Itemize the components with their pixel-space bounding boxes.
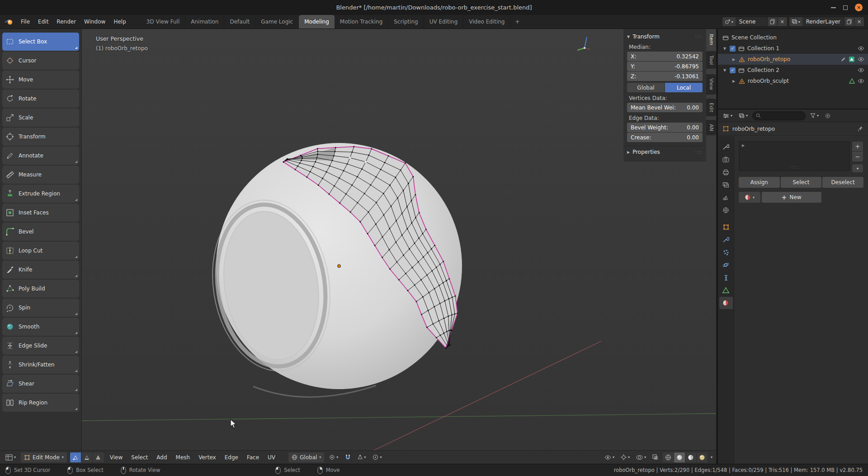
add-workspace-button[interactable]: + (510, 15, 524, 29)
wireframe-shading-button[interactable] (663, 452, 674, 462)
properties-editor-type-button[interactable]: ▾ (721, 111, 734, 121)
disclosure-icon[interactable]: ▼ (722, 47, 727, 51)
tool-annotate[interactable]: Annotate (2, 147, 79, 165)
tool-cursor[interactable]: Cursor (2, 52, 79, 70)
gizmos-button[interactable]: ▾ (619, 452, 632, 462)
tab-scene[interactable] (719, 191, 733, 204)
tab-view-layer[interactable] (719, 179, 733, 191)
menu-add[interactable]: Add (154, 454, 170, 461)
sidebar-tab-item[interactable]: Item (706, 30, 716, 49)
menu-vertex[interactable]: Vertex (196, 454, 219, 461)
global-button[interactable]: Global (627, 83, 665, 92)
tool-scale[interactable]: Scale (2, 109, 79, 127)
list-resize-grip[interactable]: ::::: (790, 165, 799, 169)
object-visibility-button[interactable]: ▾ (603, 452, 616, 462)
tool-shrink-fatten[interactable]: Shrink/Fatten (2, 356, 79, 374)
crease-field[interactable]: Crease: 0.00 (627, 133, 703, 142)
view-layer-name[interactable]: RenderLayer (802, 19, 844, 25)
transform-panel-header[interactable]: ▼ Transform :::: (623, 31, 706, 43)
browse-material-button[interactable]: ▾ (739, 192, 760, 203)
hide-eye-icon[interactable] (858, 57, 864, 62)
face-select-button[interactable] (93, 452, 104, 462)
minimize-button[interactable] (831, 7, 836, 8)
tool-inset-faces[interactable]: Inset Faces (2, 204, 79, 222)
menu-render[interactable]: Render (52, 15, 80, 29)
breadcrumb-object-name[interactable]: roboOrb_retopo (732, 126, 775, 132)
tool-rip-region[interactable]: Rip Region (2, 394, 79, 412)
hide-eye-icon[interactable] (858, 46, 864, 51)
tab-object-data[interactable] (719, 284, 733, 296)
panel-grip-icon[interactable]: :::: (695, 150, 703, 154)
scene-copy-button[interactable] (767, 17, 777, 26)
snap-settings-button[interactable]: ▾ (356, 452, 368, 462)
mean-bevel-weight-field[interactable]: Mean Bevel Wei: 0.00 (627, 103, 703, 112)
tab-world[interactable] (719, 204, 733, 216)
disclosure-icon[interactable]: ▶ (731, 57, 736, 62)
axis-gizmo[interactable] (574, 33, 595, 55)
editor-type-button[interactable]: ▾ (4, 452, 18, 462)
tool-select-box[interactable]: Select Box (2, 33, 79, 51)
mesh-data-icon[interactable] (849, 78, 855, 84)
menu-uv[interactable]: UV (265, 454, 278, 461)
edge-select-button[interactable] (81, 452, 93, 462)
view-layer-copy-button[interactable] (844, 17, 854, 26)
menu-mesh[interactable]: Mesh (173, 454, 193, 461)
tool-rotate[interactable]: Rotate (2, 90, 79, 108)
tab-constraints[interactable] (719, 271, 733, 284)
tool-move[interactable]: Move (2, 71, 79, 89)
xray-toggle-button[interactable] (651, 452, 660, 462)
close-button[interactable]: × (855, 4, 863, 11)
add-slot-button[interactable]: + (852, 141, 863, 152)
solid-shading-button[interactable] (674, 452, 685, 462)
median-z-field[interactable]: Z: -0.13061 (627, 71, 703, 81)
outliner-row-scene-collection[interactable]: Scene Collection (718, 32, 868, 43)
deselect-button[interactable]: Deselect (822, 177, 863, 188)
pivot-point-button[interactable]: ▾ (327, 452, 340, 462)
vertex-select-button[interactable] (70, 452, 81, 462)
sidebar-tab-view[interactable]: View (706, 74, 716, 94)
median-x-field[interactable]: X: 0.32542 (627, 52, 703, 61)
tool-poly-build[interactable]: Poly Build (2, 280, 79, 298)
tool-shear[interactable]: Shear (2, 375, 79, 393)
tab-video-editing[interactable]: Video Editing (463, 15, 510, 29)
disclosure-icon[interactable]: ▶ (731, 79, 736, 83)
remove-slot-button[interactable]: − (852, 152, 863, 162)
tab-animation[interactable]: Animation (185, 15, 224, 29)
blender-logo-icon[interactable] (0, 15, 17, 29)
scene-name[interactable]: Scene (736, 19, 767, 25)
filter-button[interactable]: ▾ (808, 111, 821, 121)
local-button[interactable]: Local (665, 83, 703, 92)
menu-select[interactable]: Select (128, 454, 151, 461)
properties-search-input[interactable] (752, 111, 806, 120)
scene-unlink-button[interactable]: × (777, 17, 787, 26)
outliner-row-roboorb-sculpt[interactable]: ▶ roboOrb_sculpt (718, 76, 868, 86)
tool-measure[interactable]: Measure (2, 166, 79, 184)
tab-scripting[interactable]: Scripting (388, 15, 424, 29)
tab-render[interactable] (719, 153, 733, 166)
tab-uv-editing[interactable]: UV Editing (424, 15, 464, 29)
hide-eye-icon[interactable] (858, 68, 864, 72)
tab-active-tool[interactable] (719, 141, 733, 153)
tool-bevel[interactable]: Bevel (2, 223, 79, 241)
tab-output[interactable] (719, 166, 733, 178)
tab-modifiers[interactable] (719, 233, 733, 246)
mode-dropdown[interactable]: Edit Mode ▾ (21, 452, 67, 462)
menu-help[interactable]: Help (109, 15, 130, 29)
outliner-row-roboorb-retopo[interactable]: ▶ roboOrb_retopo (718, 54, 868, 65)
bevel-weight-field[interactable]: Bevel Weight: 0.00 (627, 123, 703, 132)
tool-smooth[interactable]: Smooth (2, 318, 79, 336)
view-layer-remove-button[interactable]: × (854, 17, 864, 26)
select-button[interactable]: Select (781, 177, 822, 188)
material-slot-list[interactable]: ▶ ::::: (739, 141, 850, 171)
snap-toggle-button[interactable] (343, 452, 353, 462)
menu-window[interactable]: Window (80, 15, 109, 29)
tool-transform[interactable]: Transform (2, 128, 79, 146)
scene-browse-button[interactable]: ▾ (722, 17, 736, 26)
tool-spin[interactable]: Spin (2, 299, 79, 317)
menu-edit[interactable]: Edit (34, 15, 52, 29)
menu-face[interactable]: Face (244, 454, 262, 461)
outliner-row-collection-1[interactable]: ▼ ✓ Collection 1 (718, 43, 868, 54)
outliner-row-collection-2[interactable]: ▼ ✓ Collection 2 (718, 65, 868, 76)
sidebar-tab-edit[interactable]: Edit (706, 99, 716, 116)
rendered-shading-button[interactable] (697, 452, 708, 462)
